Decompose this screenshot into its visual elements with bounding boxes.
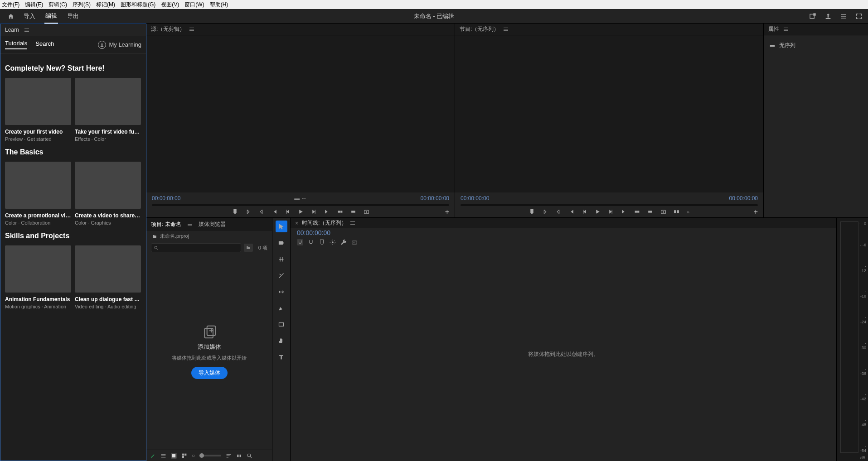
timeline-drop-zone[interactable]: 将媒体拖到此处以创建序列。 xyxy=(291,247,836,461)
nav-edit[interactable]: 编辑 xyxy=(44,9,58,24)
in-point-icon[interactable] xyxy=(245,209,251,215)
menu-window[interactable]: 窗口(W) xyxy=(184,1,204,9)
timeline-timecode[interactable]: 00:00:00:00 xyxy=(291,228,836,237)
icon-view-icon[interactable] xyxy=(171,453,177,459)
panel-menu-icon[interactable] xyxy=(504,28,508,31)
play-icon[interactable] xyxy=(298,209,304,215)
source-tc-in[interactable]: 00:00:00:00 xyxy=(152,195,180,202)
automate-icon[interactable] xyxy=(236,453,242,459)
menu-clip[interactable]: 剪辑(C) xyxy=(48,1,67,9)
marker-icon[interactable] xyxy=(529,209,535,215)
tab-search[interactable]: Search xyxy=(35,40,54,49)
tutorial-card[interactable]: Create your first video Preview · Get st… xyxy=(5,78,71,142)
learn-tab[interactable]: Learn xyxy=(0,24,146,36)
share-icon[interactable] xyxy=(824,13,832,20)
razor-tool[interactable] xyxy=(276,269,287,281)
source-tab[interactable]: 源:（无剪辑） xyxy=(151,25,185,33)
step-forward-icon[interactable] xyxy=(608,209,614,215)
rectangle-tool[interactable] xyxy=(276,318,287,330)
menu-edit[interactable]: 编辑(E) xyxy=(25,1,43,9)
insert-icon[interactable] xyxy=(337,209,343,215)
marker-add-icon[interactable] xyxy=(319,239,325,245)
program-tc-out[interactable]: 00:00:00:00 xyxy=(729,195,758,202)
panel-menu-icon[interactable] xyxy=(188,223,192,226)
step-forward-icon[interactable] xyxy=(311,209,317,215)
out-point-icon[interactable] xyxy=(555,209,561,215)
snap-icon[interactable] xyxy=(297,239,303,245)
play-icon[interactable] xyxy=(595,209,601,215)
close-icon[interactable]: × xyxy=(295,220,298,226)
quick-export-icon[interactable] xyxy=(809,13,816,20)
timeline-tab[interactable]: 时间线:（无序列） xyxy=(302,219,347,227)
thumbnail-size-slider[interactable] xyxy=(199,455,221,456)
selection-tool[interactable] xyxy=(276,221,287,232)
fullscreen-icon[interactable] xyxy=(855,13,863,20)
caption-icon[interactable]: cc xyxy=(351,239,358,245)
ripple-edit-tool[interactable] xyxy=(276,253,287,265)
export-frame-icon[interactable] xyxy=(364,209,369,215)
project-drop-zone[interactable]: 添加媒体 将媒体拖到此处或导入媒体以开始 导入媒体 xyxy=(146,254,272,450)
new-bin-button[interactable] xyxy=(244,244,253,252)
zoom-out-icon[interactable]: ○ xyxy=(192,452,195,459)
goto-in-icon[interactable] xyxy=(568,209,574,215)
program-tc-in[interactable]: 00:00:00:00 xyxy=(461,195,489,202)
panel-menu-icon[interactable] xyxy=(784,28,788,31)
menu-sequence[interactable]: 序列(S) xyxy=(73,1,91,9)
nav-export[interactable]: 导出 xyxy=(66,10,80,23)
nav-import[interactable]: 导入 xyxy=(23,10,36,23)
extract-icon[interactable] xyxy=(647,209,653,215)
properties-tab[interactable]: 属性 xyxy=(768,25,779,33)
menu-help[interactable]: 帮助(H) xyxy=(210,1,228,9)
panel-menu-icon[interactable] xyxy=(189,28,194,31)
workspace-menu-icon[interactable] xyxy=(840,13,847,20)
menu-view[interactable]: 视图(V) xyxy=(161,1,179,9)
tutorial-card[interactable]: Clean up dialogue fast wit... Video edit… xyxy=(75,245,141,309)
panel-menu-icon[interactable] xyxy=(350,221,355,225)
lift-icon[interactable] xyxy=(634,209,640,215)
pen-icon[interactable] xyxy=(150,453,156,459)
tab-project[interactable]: 项目: 未命名 xyxy=(150,219,182,230)
track-select-tool[interactable] xyxy=(276,237,287,249)
settings-icon[interactable] xyxy=(330,239,336,245)
home-icon[interactable] xyxy=(7,13,15,19)
wrench-icon[interactable] xyxy=(340,239,347,245)
source-tc-out[interactable]: 00:00:00:00 xyxy=(421,195,449,202)
button-editor-icon[interactable]: + xyxy=(754,208,758,216)
import-media-button[interactable]: 导入媒体 xyxy=(191,367,228,379)
hand-tool[interactable] xyxy=(276,335,287,346)
goto-in-icon[interactable] xyxy=(272,209,277,215)
tutorial-card[interactable]: Animation Fundamentals Motion graphics ·… xyxy=(5,245,71,309)
freeform-view-icon[interactable] xyxy=(181,453,187,459)
step-back-icon[interactable] xyxy=(285,209,291,215)
sort-icon[interactable] xyxy=(226,453,232,459)
in-point-icon[interactable] xyxy=(542,209,548,215)
menu-file[interactable]: 文件(F) xyxy=(2,1,19,9)
tutorial-card[interactable]: Create a video to share on ... Color · G… xyxy=(75,162,141,226)
program-tab[interactable]: 节目:（无序列） xyxy=(460,25,499,33)
panel-menu-icon[interactable] xyxy=(24,29,29,32)
my-learning-button[interactable]: My Learning xyxy=(98,41,141,49)
find-icon[interactable] xyxy=(247,453,252,459)
button-editor-icon[interactable]: + xyxy=(445,208,449,216)
out-point-icon[interactable] xyxy=(258,209,264,215)
tutorial-card[interactable]: Create a promotional video Color · Colla… xyxy=(5,162,71,226)
tab-tutorials[interactable]: Tutorials xyxy=(5,40,27,49)
list-view-icon[interactable] xyxy=(160,453,166,459)
search-input[interactable] xyxy=(151,243,241,252)
goto-out-icon[interactable] xyxy=(324,209,330,215)
step-back-icon[interactable] xyxy=(582,209,587,215)
slip-tool[interactable] xyxy=(276,286,287,298)
tab-media-browser[interactable]: 媒体浏览器 xyxy=(198,219,227,230)
overwrite-icon[interactable] xyxy=(350,209,356,215)
marker-icon[interactable] xyxy=(232,209,238,215)
menu-marker[interactable]: 标记(M) xyxy=(96,1,115,9)
linked-selection-icon[interactable] xyxy=(308,239,314,245)
pen-tool[interactable] xyxy=(276,302,287,314)
comparison-view-icon[interactable] xyxy=(674,209,679,215)
goto-out-icon[interactable] xyxy=(621,209,627,215)
export-frame-icon[interactable] xyxy=(660,209,666,215)
menu-graphics[interactable]: 图形和标题(G) xyxy=(121,1,155,9)
tutorial-card[interactable]: Take your first video further Effects · … xyxy=(75,78,141,142)
type-tool[interactable] xyxy=(276,351,287,363)
more-icon[interactable]: » xyxy=(687,209,689,215)
